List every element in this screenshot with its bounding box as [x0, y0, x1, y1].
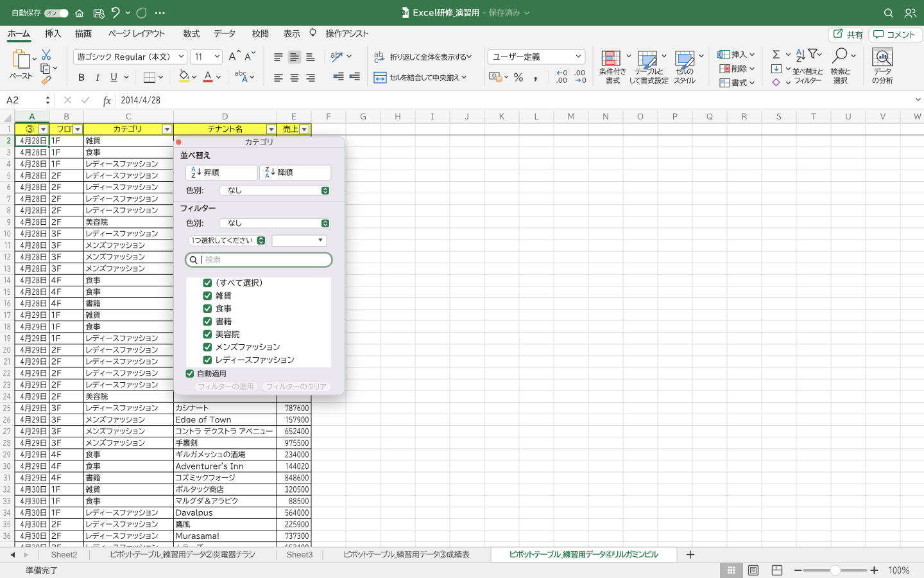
- svg-text:Sheet2: Sheet2: [51, 550, 77, 559]
- svg-text:Sheet3: Sheet3: [286, 550, 312, 559]
- svg-text:fx: fx: [103, 95, 111, 107]
- svg-text:I: I: [96, 73, 100, 83]
